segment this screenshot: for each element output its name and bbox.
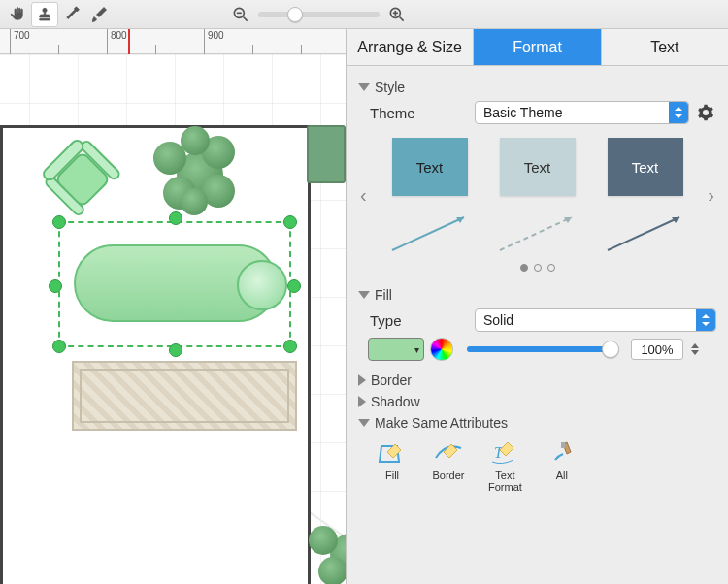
style-presets: ‹ Text Text Text ›	[358, 128, 716, 254]
swatch-3: Text	[608, 138, 683, 196]
theme-label: Theme	[358, 105, 475, 121]
swatch-1: Text	[392, 138, 468, 196]
swatch-2: Text	[500, 138, 576, 196]
svg-line-9	[500, 217, 572, 250]
apply-border-button[interactable]: Border	[432, 440, 465, 493]
style-preset[interactable]: Text	[496, 138, 579, 254]
tab-format[interactable]: Format	[474, 29, 601, 65]
canvas[interactable]	[0, 54, 346, 584]
top-toolbar	[0, 0, 728, 29]
rug-shape[interactable]	[72, 361, 297, 431]
format-panel: Arrange & Size Format Text Style Theme B…	[346, 29, 728, 584]
presets-prev-button[interactable]: ‹	[360, 184, 367, 207]
zoom-in-button[interactable]	[385, 3, 409, 26]
svg-rect-14	[561, 442, 565, 448]
color-wheel-button[interactable]	[430, 338, 453, 361]
zoom-slider[interactable]	[258, 12, 380, 17]
fill-type-select[interactable]: Solid	[475, 308, 716, 332]
preset-arrow-3	[604, 211, 687, 254]
preset-arrow-2	[496, 211, 579, 254]
hand-tool-button[interactable]	[4, 2, 31, 27]
ruler-mark: 900	[208, 30, 224, 41]
plant-shape[interactable]	[148, 122, 245, 219]
zoom-controls	[229, 3, 409, 26]
svg-line-7	[392, 217, 464, 250]
eyedropper-tool-button[interactable]	[58, 2, 85, 27]
section-border-header[interactable]: Border	[358, 373, 716, 388]
plant-shape[interactable]	[307, 510, 346, 584]
stamp-tool-button[interactable]	[31, 2, 58, 27]
tab-text[interactable]: Text	[602, 29, 728, 65]
theme-settings-button[interactable]	[695, 102, 716, 123]
style-preset[interactable]: Text	[388, 138, 472, 254]
wall-fixture[interactable]	[307, 125, 346, 183]
section-style-header[interactable]: Style	[358, 80, 716, 95]
fill-opacity-stepper[interactable]	[691, 339, 705, 360]
style-preset[interactable]: Text	[604, 138, 687, 254]
ruler-mark: 700	[14, 30, 30, 41]
horizontal-ruler: 700 800 900	[0, 29, 346, 54]
fill-opacity-slider[interactable]	[467, 346, 617, 352]
section-same-attributes-header[interactable]: Make Same Attributes	[358, 415, 716, 431]
section-fill-header[interactable]: Fill	[358, 287, 716, 303]
ruler-mark: 800	[111, 30, 127, 41]
tab-arrange-size[interactable]: Arrange & Size	[347, 29, 474, 65]
svg-line-4	[400, 16, 404, 20]
preset-arrow-1	[388, 211, 472, 254]
apply-text-format-button[interactable]: T Text Format	[488, 440, 522, 493]
fill-type-label: Type	[358, 312, 475, 329]
apply-all-button[interactable]: All	[546, 440, 579, 493]
preset-pager[interactable]	[358, 264, 716, 272]
ruler-cursor	[128, 29, 130, 54]
apply-fill-button[interactable]: Fill	[376, 440, 409, 493]
svg-line-1	[244, 16, 248, 20]
zoom-out-button[interactable]	[229, 3, 252, 26]
theme-select[interactable]: Basic Theme	[475, 101, 689, 124]
fill-color-picker[interactable]: ▾	[368, 338, 424, 361]
svg-line-11	[608, 217, 679, 250]
lamp-shape[interactable]	[237, 260, 287, 310]
fill-opacity-field[interactable]: 100%	[631, 339, 683, 360]
panel-tabs: Arrange & Size Format Text	[347, 29, 728, 66]
paintbrush-tool-button[interactable]	[85, 2, 113, 27]
section-shadow-header[interactable]: Shadow	[358, 394, 716, 409]
presets-next-button[interactable]: ›	[708, 184, 714, 207]
